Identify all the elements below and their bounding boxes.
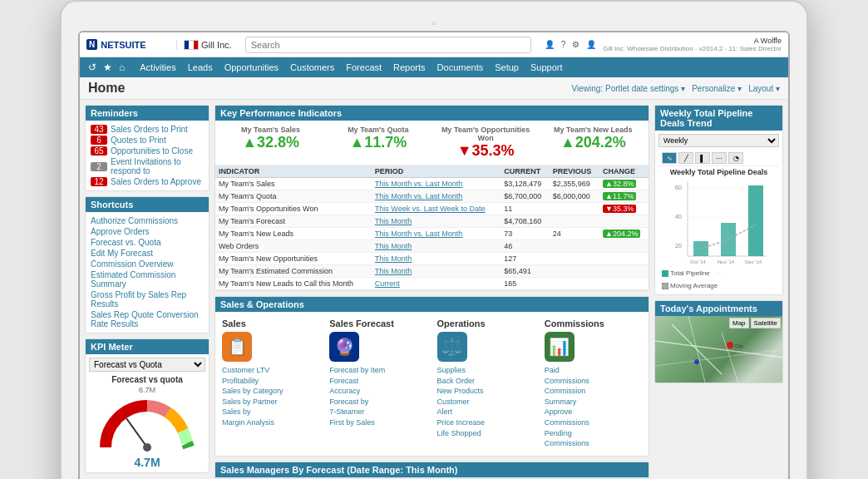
- sales-ops-link[interactable]: Customer LTV: [222, 365, 319, 376]
- map-btn[interactable]: Map: [729, 318, 749, 328]
- sales-ops-link[interactable]: Forecast by Item: [329, 365, 427, 376]
- logo: N NETSUITE: [86, 39, 170, 50]
- sales-ops-link[interactable]: Accuracy: [329, 386, 427, 397]
- legend-avg: Moving Average: [662, 282, 718, 289]
- kpi-cell-current: $6,700,000: [501, 190, 550, 203]
- sales-ops-link[interactable]: Pending: [545, 428, 642, 439]
- sales-ops-link[interactable]: Paid: [545, 365, 642, 376]
- sales-ops-icon-0[interactable]: 📋: [222, 332, 252, 362]
- personalize-label[interactable]: Personalize ▾: [692, 84, 742, 93]
- sales-ops-icon-2[interactable]: ⚖️: [437, 332, 467, 362]
- shortcut-7[interactable]: Sales Rep Quote Conversion Rate Results: [91, 309, 204, 329]
- sales-ops-link[interactable]: Sales by: [222, 407, 319, 417]
- back-icon[interactable]: ↺: [86, 60, 98, 75]
- shortcut-0[interactable]: Authorize Commissions: [91, 215, 204, 226]
- sales-ops-icon-3[interactable]: 📊: [545, 332, 575, 362]
- nav-leads[interactable]: Leads: [183, 61, 218, 74]
- svg-text:Nov '14: Nov '14: [718, 259, 735, 264]
- chart-btn-area[interactable]: ∿: [662, 152, 677, 164]
- sales-ops-link[interactable]: Supplies: [437, 365, 535, 376]
- kpi-cell-indicator: Web Orders: [215, 240, 372, 253]
- viewing-label[interactable]: Viewing: Portlet date settings ▾: [572, 84, 686, 93]
- chart-btn-scatter[interactable]: ⋯: [712, 152, 727, 164]
- kpi-period-link[interactable]: This Month vs. Last Month: [375, 192, 463, 200]
- nav-reports[interactable]: Reports: [388, 61, 431, 74]
- shortcut-2[interactable]: Forecast vs. Quota: [91, 237, 204, 248]
- kpi-period-link[interactable]: This Month: [375, 267, 412, 275]
- shortcut-4[interactable]: Commission Overview: [91, 259, 204, 269]
- sales-ops-link[interactable]: Alert: [437, 407, 535, 417]
- kpi-cell-previous: [550, 240, 599, 253]
- kpi-cell-previous: $6,000,000: [550, 190, 599, 203]
- kpi-meter-header: KPI Meter: [86, 339, 209, 354]
- sales-ops-link[interactable]: New Products: [437, 386, 535, 397]
- pipeline-select[interactable]: Weekly: [658, 134, 779, 147]
- shortcut-6[interactable]: Gross Profit by Sales Rep Results: [91, 289, 204, 309]
- nav-documents[interactable]: Documents: [432, 61, 489, 74]
- user-icon2[interactable]: 👤: [586, 40, 596, 49]
- reminder-link-3[interactable]: Event Invitations to respond to: [111, 157, 204, 175]
- layout-label[interactable]: Layout ▾: [748, 84, 780, 93]
- chart-type-buttons: ∿ ╱ ▌ ⋯ ◔: [658, 151, 779, 166]
- home-icon[interactable]: ⌂: [117, 60, 126, 75]
- nav-customers[interactable]: Customers: [285, 61, 339, 74]
- sales-ops-link[interactable]: Forecast: [329, 376, 427, 387]
- nav-activities[interactable]: Activities: [135, 61, 180, 74]
- reminder-link-2[interactable]: Opportunities to Close: [111, 146, 193, 156]
- kpi-cell-change: [599, 253, 649, 265]
- sales-ops-link[interactable]: Commissions: [545, 376, 642, 387]
- kpi-period-link[interactable]: Current: [375, 279, 400, 288]
- sales-ops-link[interactable]: Approve: [545, 407, 642, 417]
- reminder-link-4[interactable]: Sales Orders to Approve: [111, 177, 201, 186]
- sales-ops-link[interactable]: Back Order: [437, 376, 535, 387]
- sales-ops-link[interactable]: Sales by Category: [222, 386, 319, 397]
- kpi-period-link[interactable]: This Month vs. Last Month: [375, 180, 463, 188]
- sales-ops-links-2: SuppliesBack OrderNew ProductsCustomerAl…: [437, 365, 535, 438]
- sales-ops-link[interactable]: Margin Analysis: [222, 417, 319, 428]
- user-icon[interactable]: 👤: [545, 40, 555, 49]
- sales-ops-link[interactable]: Customer: [437, 397, 535, 407]
- chart-btn-line[interactable]: ╱: [678, 152, 693, 164]
- camera-dot: ○: [78, 18, 790, 27]
- sales-ops-link[interactable]: Commissions: [545, 438, 642, 449]
- kpi-period-link[interactable]: This Month: [375, 217, 412, 225]
- kpi-meter-select[interactable]: Forecast vs Quota: [89, 358, 205, 372]
- sales-ops-link[interactable]: Life Shopped: [437, 428, 535, 439]
- sales-ops-link[interactable]: Commission: [545, 386, 642, 397]
- star-icon[interactable]: ★: [101, 60, 114, 75]
- kpi-period-link[interactable]: This Month: [375, 242, 412, 250]
- reminder-badge-4: 12: [91, 177, 107, 186]
- kpi-cell-current: 127: [501, 253, 550, 265]
- sales-ops-link[interactable]: Sales by Partner: [222, 397, 319, 407]
- satellite-btn[interactable]: Satellite: [751, 318, 781, 328]
- main-content: Reminders 43 Sales Orders to Print 6 Quo…: [80, 100, 788, 479]
- chart-btn-pie[interactable]: ◔: [728, 152, 743, 164]
- help-icon[interactable]: ?: [561, 40, 566, 49]
- nav-opportunities[interactable]: Opportunities: [219, 61, 284, 74]
- sales-ops-link[interactable]: Summary: [545, 397, 642, 407]
- sm-header: Sales Managers By Forecast (Date Range: …: [215, 462, 649, 477]
- sales-ops-link[interactable]: Profitability: [222, 376, 319, 387]
- sales-ops-link[interactable]: 7-Steamer: [329, 407, 427, 417]
- nav-setup[interactable]: Setup: [490, 61, 524, 74]
- reminder-link-1[interactable]: Quotes to Print: [111, 136, 166, 145]
- reminder-link-0[interactable]: Sales Orders to Print: [111, 125, 188, 134]
- sales-ops-link[interactable]: Price Increase: [437, 417, 535, 428]
- shortcut-3[interactable]: Edit My Forecast: [91, 248, 204, 259]
- search-input[interactable]: [245, 37, 531, 53]
- kpi-period-link[interactable]: This Month vs. Last Month: [375, 230, 463, 238]
- shortcut-5[interactable]: Estimated Commission Summary: [91, 269, 204, 289]
- sales-ops-link[interactable]: Forecast by: [329, 397, 427, 407]
- nav-support[interactable]: Support: [525, 61, 568, 74]
- sales-ops-link[interactable]: First by Sales: [329, 417, 427, 428]
- kpi-cell-change: [599, 265, 649, 278]
- kpi-period-link[interactable]: This Month: [375, 254, 412, 263]
- kpi-period-link[interactable]: This Week vs. Last Week to Date: [375, 205, 486, 213]
- settings-icon[interactable]: ⚙: [572, 40, 579, 49]
- nav-forecast[interactable]: Forecast: [341, 61, 387, 74]
- svg-text:60: 60: [675, 185, 682, 190]
- sales-ops-icon-1[interactable]: 🔮: [329, 332, 359, 362]
- sales-ops-link[interactable]: Commissions: [545, 417, 642, 428]
- shortcut-1[interactable]: Approve Orders: [91, 226, 204, 237]
- chart-btn-bar[interactable]: ▌: [695, 152, 710, 164]
